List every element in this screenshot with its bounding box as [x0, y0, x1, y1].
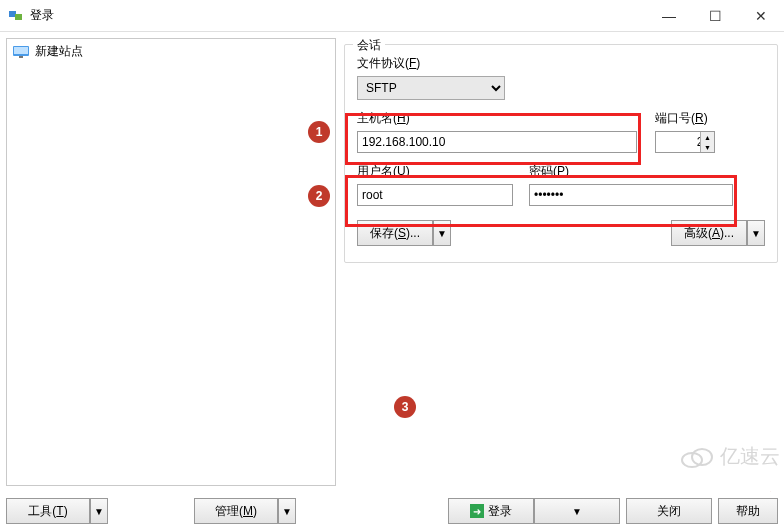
session-group: 会话 文件协议(F) SFTP 主机名(H): [344, 44, 778, 263]
site-item-new[interactable]: 新建站点: [7, 39, 335, 64]
username-input[interactable]: [357, 184, 513, 206]
minimize-button[interactable]: —: [646, 0, 692, 32]
protocol-label: 文件协议: [357, 56, 405, 70]
window-controls: — ☐ ✕: [646, 0, 784, 32]
save-button[interactable]: 保存(S)...: [357, 220, 433, 246]
svg-rect-0: [9, 11, 16, 17]
tools-dropdown-button[interactable]: ▼: [90, 498, 108, 524]
spinner-down-icon[interactable]: ▼: [701, 142, 714, 152]
chevron-down-icon: ▼: [437, 228, 447, 239]
tools-button-group: 工具(T) ▼: [6, 498, 108, 524]
hostname-input[interactable]: [357, 131, 637, 153]
maximize-button[interactable]: ☐: [692, 0, 738, 32]
chevron-down-icon: ▼: [751, 228, 761, 239]
site-item-label: 新建站点: [35, 43, 83, 60]
manage-button-group: 管理(M) ▼: [194, 498, 296, 524]
app-icon: [8, 8, 24, 24]
hostname-label: 主机名: [357, 111, 393, 125]
protocol-select[interactable]: SFTP: [357, 76, 505, 100]
spinner-up-icon[interactable]: ▲: [701, 132, 714, 142]
login-dropdown-button[interactable]: ▼: [534, 498, 620, 524]
chevron-down-icon: ▼: [282, 506, 292, 517]
chevron-down-icon: ▼: [572, 506, 582, 517]
svg-rect-1: [15, 14, 22, 20]
sites-list[interactable]: 新建站点: [6, 38, 336, 486]
bottom-bar: 工具(T) ▼ 管理(M) ▼ ➜ 登录 ▼ 关闭 帮助: [0, 492, 784, 530]
annotation-badge-1: 1: [308, 121, 330, 143]
tools-button[interactable]: 工具(T): [6, 498, 90, 524]
chevron-down-icon: ▼: [94, 506, 104, 517]
annotation-badge-2: 2: [308, 185, 330, 207]
save-dropdown-button[interactable]: ▼: [433, 220, 451, 246]
svg-rect-4: [19, 56, 23, 58]
session-panel: 会话 文件协议(F) SFTP 主机名(H): [344, 38, 778, 486]
login-button[interactable]: ➜ 登录: [448, 498, 534, 524]
advanced-button[interactable]: 高级(A)...: [671, 220, 747, 246]
manage-dropdown-button[interactable]: ▼: [278, 498, 296, 524]
password-input[interactable]: [529, 184, 733, 206]
port-label: 端口号: [655, 111, 691, 125]
manage-button[interactable]: 管理(M): [194, 498, 278, 524]
close-button[interactable]: ✕: [738, 0, 784, 32]
session-legend: 会话: [353, 37, 385, 54]
password-label: 密码: [529, 164, 553, 178]
save-button-group: 保存(S)... ▼: [357, 220, 451, 246]
svg-rect-3: [14, 47, 28, 54]
protocol-field: 文件协议(F) SFTP: [357, 55, 765, 100]
monitor-icon: [13, 46, 29, 58]
window-title: 登录: [30, 7, 646, 24]
username-label: 用户名: [357, 164, 393, 178]
help-button[interactable]: 帮助: [718, 498, 778, 524]
close-dialog-button[interactable]: 关闭: [626, 498, 712, 524]
advanced-button-group: 高级(A)... ▼: [671, 220, 765, 246]
titlebar: 登录 — ☐ ✕: [0, 0, 784, 32]
login-icon: ➜: [470, 504, 484, 518]
advanced-dropdown-button[interactable]: ▼: [747, 220, 765, 246]
login-button-group: ➜ 登录 ▼: [448, 498, 620, 524]
annotation-badge-3: 3: [394, 396, 416, 418]
port-spinner[interactable]: ▲ ▼: [700, 132, 714, 152]
